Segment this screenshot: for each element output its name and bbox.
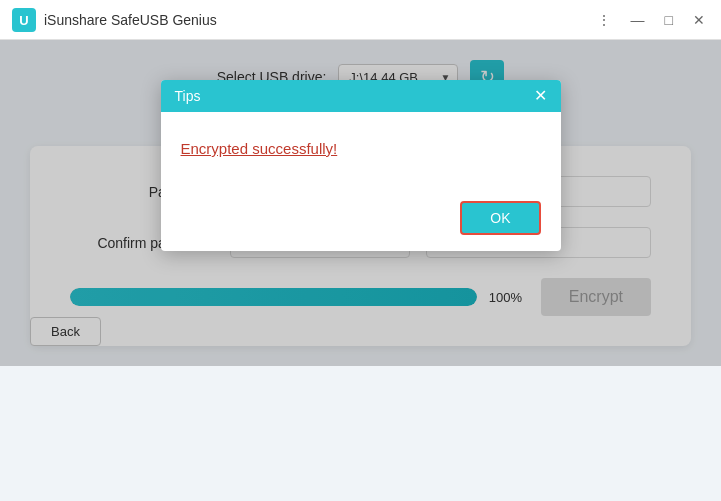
title-bar: U iSunshare SafeUSB Genius ⋮ — □ ✕: [0, 0, 721, 40]
modal-close-button[interactable]: ✕: [534, 88, 547, 104]
ok-button[interactable]: OK: [460, 201, 540, 235]
modal-overlay: Tips ✕ Encrypted successfully! OK: [0, 40, 721, 366]
app-title: iSunshare SafeUSB Genius: [44, 12, 593, 28]
modal-header: Tips ✕: [161, 80, 561, 112]
modal-footer: OK: [161, 201, 561, 251]
close-button[interactable]: ✕: [689, 10, 709, 30]
app-window: U iSunshare SafeUSB Genius ⋮ — □ ✕ Selec…: [0, 0, 721, 501]
app-logo: U: [12, 8, 36, 32]
minimize-button[interactable]: —: [627, 10, 649, 30]
tips-dialog: Tips ✕ Encrypted successfully! OK: [161, 80, 561, 251]
window-controls: ⋮ — □ ✕: [593, 10, 709, 30]
maximize-button[interactable]: □: [661, 10, 677, 30]
modal-title: Tips: [175, 88, 201, 104]
svg-text:U: U: [19, 13, 28, 28]
modal-message: Encrypted successfully!: [181, 140, 541, 157]
share-button[interactable]: ⋮: [593, 10, 615, 30]
main-content: Select USB drive: J:\14.44 GB ↻ Total Si…: [0, 40, 721, 366]
modal-body: Encrypted successfully!: [161, 112, 561, 201]
